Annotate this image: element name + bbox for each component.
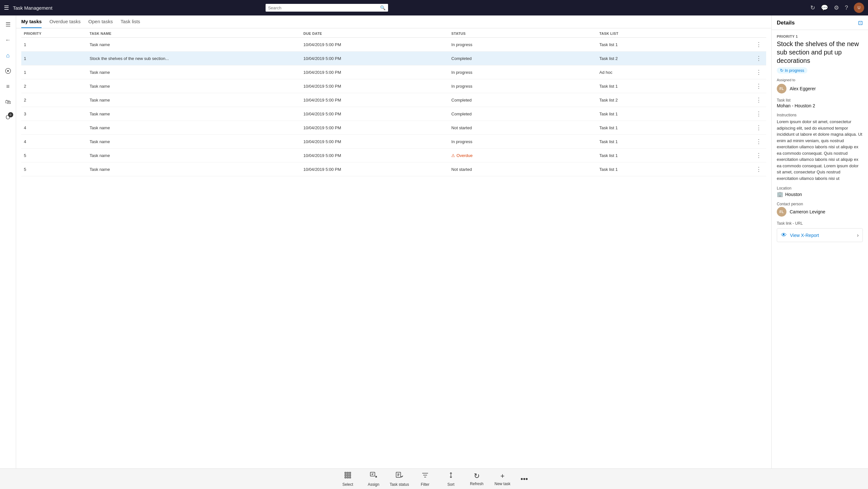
table-row[interactable]: 2 Task name 10/04/2019 5:00 PM In progre… <box>21 79 766 93</box>
cell-task-list: Ad hoc <box>597 65 728 79</box>
toolbar-filter[interactable]: Filter <box>412 469 438 489</box>
task-status-label: Task status <box>390 482 409 487</box>
chat-icon[interactable]: 💬 <box>821 4 828 11</box>
col-header-task-list[interactable]: Task list <box>597 28 728 38</box>
select-icon <box>344 471 352 481</box>
details-task-list-label: Task list <box>777 98 863 102</box>
table-row[interactable]: 1 Task name 10/04/2019 5:00 PM In progre… <box>21 38 766 52</box>
toolbar-new-task[interactable]: + New task <box>490 469 516 489</box>
sidebar-item-list[interactable]: ≡ <box>2 80 14 93</box>
view-x-report-button[interactable]: 👁 View X-Report › <box>777 228 863 242</box>
cell-status: In progress <box>449 135 597 149</box>
details-task-title: Stock the shelves of the new sub section… <box>777 40 863 65</box>
row-menu-button[interactable]: ⋮ <box>754 165 764 173</box>
cell-task-name: Task name <box>87 149 301 162</box>
app-title: Task Management <box>13 5 53 11</box>
row-menu-button[interactable]: ⋮ <box>754 96 764 104</box>
details-panel: Details ⊡ Priority 1 Stock the shelves o… <box>771 16 868 468</box>
tab-task-lists[interactable]: Task lists <box>121 19 140 28</box>
svg-rect-4 <box>345 475 346 476</box>
settings-icon[interactable]: ⚙ <box>834 4 839 11</box>
toolbar-more-icon[interactable]: ••• <box>516 472 533 486</box>
details-contact-label: Contact person <box>777 202 863 206</box>
tab-overdue-tasks[interactable]: Overdue tasks <box>49 19 81 28</box>
tab-open-tasks[interactable]: Open tasks <box>88 19 113 28</box>
cell-menu[interactable]: ⋮ <box>728 135 766 149</box>
cell-priority: 3 <box>21 107 87 121</box>
cell-status: In progress <box>449 79 597 93</box>
cell-status: In progress <box>449 65 597 79</box>
table-row[interactable]: 5 Task name 10/04/2019 5:00 PM Not start… <box>21 162 766 176</box>
col-header-priority[interactable]: Priority <box>21 28 87 38</box>
cell-due-date: 10/04/2019 5:00 PM <box>301 65 449 79</box>
cell-menu[interactable]: ⋮ <box>728 107 766 121</box>
cell-menu[interactable]: ⋮ <box>728 52 766 65</box>
sidebar-item-shopping[interactable]: 🛍 <box>2 95 14 108</box>
toolbar-assign[interactable]: Assign <box>361 469 386 489</box>
svg-rect-5 <box>347 475 348 476</box>
refresh-toolbar-icon: ↻ <box>474 472 479 480</box>
cell-priority: 2 <box>21 79 87 93</box>
cell-due-date: 10/04/2019 5:00 PM <box>301 79 449 93</box>
cell-menu[interactable]: ⋮ <box>728 162 766 176</box>
sidebar-item-home[interactable]: ⌂ <box>2 49 14 62</box>
row-menu-button[interactable]: ⋮ <box>754 110 764 118</box>
table-row[interactable]: 4 Task name 10/04/2019 5:00 PM Not start… <box>21 121 766 135</box>
cell-menu[interactable]: ⋮ <box>728 65 766 79</box>
avatar[interactable]: U <box>854 3 864 13</box>
view-x-report-chevron-icon: › <box>857 233 859 238</box>
new-task-label: New task <box>494 482 510 486</box>
cell-menu[interactable]: ⋮ <box>728 149 766 162</box>
cell-priority: 1 <box>21 65 87 79</box>
table-row[interactable]: 1 Stock the shelves of the new sub secti… <box>21 52 766 65</box>
row-menu-button[interactable]: ⋮ <box>754 41 764 48</box>
details-assigned-to-label: Assigned to <box>777 78 863 82</box>
cell-status: Completed <box>449 52 597 65</box>
sidebar-item-apps[interactable] <box>2 64 14 78</box>
svg-rect-10 <box>370 472 375 476</box>
search-bar[interactable]: 🔍 <box>266 4 388 11</box>
table-row[interactable]: 5 Task name 10/04/2019 5:00 PM Overdue T… <box>21 149 766 162</box>
tab-my-tasks[interactable]: My tasks <box>21 19 41 28</box>
row-menu-button[interactable]: ⋮ <box>754 82 764 90</box>
table-row[interactable]: 4 Task name 10/04/2019 5:00 PM In progre… <box>21 135 766 149</box>
col-header-due-date[interactable]: Due date <box>301 28 449 38</box>
table-row[interactable]: 2 Task name 10/04/2019 5:00 PM Completed… <box>21 93 766 107</box>
cell-menu[interactable]: ⋮ <box>728 79 766 93</box>
table-row[interactable]: 3 Task name 10/04/2019 5:00 PM Completed… <box>21 107 766 121</box>
hamburger-menu-icon[interactable]: ☰ <box>4 4 9 11</box>
row-menu-button[interactable]: ⋮ <box>754 124 764 131</box>
toolbar-task-status[interactable]: Task status <box>386 469 412 489</box>
cell-task-name: Task name <box>87 135 301 149</box>
cell-menu[interactable]: ⋮ <box>728 38 766 52</box>
cell-task-name: Task name <box>87 38 301 52</box>
toolbar-select[interactable]: Select <box>335 469 361 489</box>
sidebar-item-hamburger[interactable]: ☰ <box>2 18 14 31</box>
cell-menu[interactable]: ⋮ <box>728 93 766 107</box>
sidebar-item-badge[interactable]: O 0 <box>2 111 14 124</box>
table-row[interactable]: 1 Task name 10/04/2019 5:00 PM In progre… <box>21 65 766 79</box>
sidebar-item-back[interactable]: ← <box>2 33 14 47</box>
row-menu-button[interactable]: ⋮ <box>754 55 764 62</box>
cell-priority: 5 <box>21 149 87 162</box>
assign-icon <box>370 471 377 481</box>
toolbar-sort[interactable]: Sort <box>438 469 464 489</box>
cell-due-date: 10/04/2019 5:00 PM <box>301 52 449 65</box>
help-icon[interactable]: ? <box>845 4 848 11</box>
cell-status: Not started <box>449 121 597 135</box>
toolbar-refresh[interactable]: ↻ Refresh <box>464 469 490 489</box>
row-menu-button[interactable]: ⋮ <box>754 152 764 159</box>
row-menu-button[interactable]: ⋮ <box>754 68 764 76</box>
details-task-list-value: Mohan - Houston 2 <box>777 103 863 108</box>
col-header-task-name[interactable]: Task name <box>87 28 301 38</box>
cell-menu[interactable]: ⋮ <box>728 121 766 135</box>
cell-task-name: Task name <box>87 162 301 176</box>
search-input[interactable] <box>268 5 378 10</box>
details-expand-icon[interactable]: ⊡ <box>858 19 863 26</box>
refresh-icon[interactable]: ↻ <box>810 4 815 11</box>
row-menu-button[interactable]: ⋮ <box>754 137 764 145</box>
col-header-status[interactable]: Status <box>449 28 597 38</box>
task-table-area: Priority Task name Due date Status Task … <box>16 28 771 468</box>
details-title: Details <box>777 20 795 26</box>
task-table: Priority Task name Due date Status Task … <box>21 28 766 176</box>
